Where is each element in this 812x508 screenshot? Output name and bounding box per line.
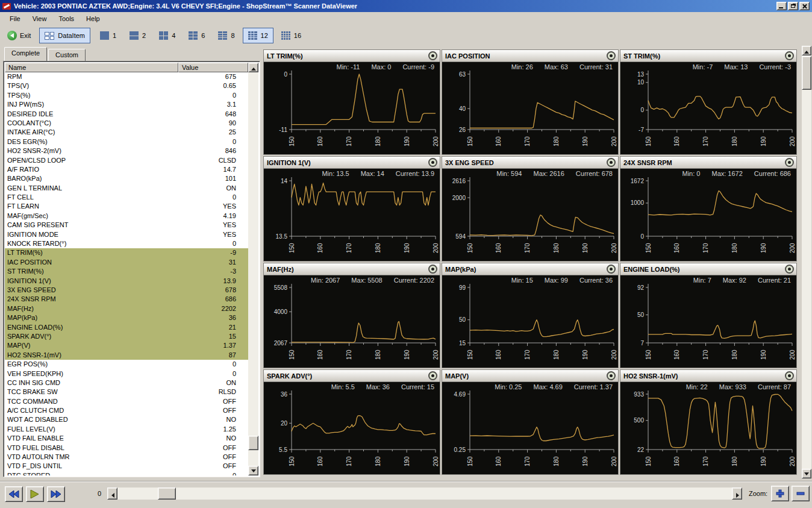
record-indicator-icon[interactable] (785, 265, 794, 274)
record-indicator-icon[interactable] (428, 158, 437, 167)
table-row-3x-eng-speed[interactable]: 3X ENG SPEED678 (5, 286, 248, 295)
table-row-gen-l-terminal[interactable]: GEN L TERMINALON (5, 184, 248, 193)
scrollbar-thumb[interactable] (248, 436, 258, 450)
table-row-a-f-ratio[interactable]: A/F RATIO14.7 (5, 165, 248, 174)
table-row-ft-learn[interactable]: FT LEARNYES (5, 202, 248, 211)
svg-text:200: 200 (433, 350, 439, 360)
table-row-iac-position[interactable]: IAC POSITION31 (5, 258, 248, 267)
column-header-value[interactable]: Value (178, 63, 248, 72)
column-header-name[interactable]: Name (5, 63, 178, 72)
table-row-egr-pos[interactable]: EGR POS(%)0 (5, 360, 248, 369)
scroll-down-button[interactable] (248, 466, 258, 475)
table-row-ho2-snsr-1-mv[interactable]: HO2 SNSR-1(mV)87 (5, 351, 248, 360)
minimize-button[interactable] (776, 2, 787, 10)
table-row-vtd-fuel-disabl[interactable]: VTD FUEL DISABLOFF (5, 444, 248, 453)
table-row-spark-adv[interactable]: SPARK ADV(°)15 (5, 332, 248, 341)
table-row-tcc-brake-sw[interactable]: TCC BRAKE SWRLSD (5, 387, 248, 397)
table-row-vtd-autolrn-tmr[interactable]: VTD AUTOLRN TMROFF (5, 453, 248, 462)
exit-button[interactable]: Exit (3, 28, 35, 43)
record-indicator-icon[interactable] (428, 265, 437, 274)
table-row-rpm[interactable]: RPM675 (5, 72, 248, 81)
table-row-knock-retard[interactable]: KNOCK RETARD(°)0 (5, 239, 248, 248)
table-row-ft-cell[interactable]: FT CELL0 (5, 193, 248, 202)
layout-8-button[interactable]: 8 (213, 28, 240, 43)
menu-view[interactable]: View (27, 13, 53, 24)
table-row-fuel-level-v[interactable]: FUEL LEVEL(V)1.25 (5, 425, 248, 434)
table-row-wot-ac-disabled[interactable]: WOT AC DISABLEDNO (5, 415, 248, 424)
record-indicator-icon[interactable] (607, 265, 616, 274)
table-row-cam-sig-present[interactable]: CAM SIG PRESENTYES (5, 221, 248, 230)
close-button[interactable] (799, 2, 810, 10)
stat-current: Current: -9 (402, 63, 434, 71)
table-row-veh-speed-kph[interactable]: VEH SPEED(KPH)0 (5, 369, 248, 378)
timeline-scroll-right-button[interactable] (732, 488, 742, 500)
table-row-desired-idle[interactable]: DESIRED IDLE648 (5, 110, 248, 119)
charts-scroll-down-button[interactable] (802, 469, 811, 478)
table-row-engine-load[interactable]: ENGINE LOAD(%)21 (5, 323, 248, 332)
zoom-out-button[interactable] (792, 486, 810, 501)
table-row-tcc-command[interactable]: TCC COMMANDOFF (5, 397, 248, 406)
table-row-24x-snsr-rpm[interactable]: 24X SNSR RPM686 (5, 295, 248, 304)
charts-scrollbar-thumb[interactable] (802, 56, 811, 90)
layout-16-button[interactable]: 16 (276, 28, 307, 43)
table-row-vtd-fail-enable[interactable]: VTD FAIL ENABLENO (5, 434, 248, 443)
table-row-intake-air-c[interactable]: INTAKE AIR(°C)25 (5, 128, 248, 137)
play-button[interactable] (26, 486, 44, 502)
table-row-ho2-snsr-2-mv[interactable]: HO2 SNSR-2(mV)846 (5, 146, 248, 155)
param-name: MAP(V) (7, 341, 31, 350)
table-row-maf-gm-sec[interactable]: MAF(gm/Sec)4.19 (5, 212, 248, 221)
table-row-ignition-mode[interactable]: IGNITION MODEYES (5, 230, 248, 239)
restore-button[interactable] (788, 2, 798, 10)
record-indicator-icon[interactable] (428, 371, 437, 380)
fast-forward-button[interactable] (47, 486, 65, 502)
table-row-des-egr[interactable]: DES EGR(%)0 (5, 137, 248, 146)
timeline-scroll-left-button[interactable] (107, 488, 117, 500)
record-indicator-icon[interactable] (785, 158, 794, 167)
charts-scrollbar[interactable] (802, 46, 811, 478)
table-row-baro-kpa[interactable]: BARO(kPa)101 (5, 174, 248, 183)
table-row-ignition-1-v[interactable]: IGNITION 1(V)13.9 (5, 277, 248, 286)
menu-help[interactable]: Help (80, 13, 106, 24)
zoom-in-button[interactable] (771, 486, 789, 501)
charts-scroll-up-button[interactable] (802, 46, 811, 55)
table-row-maf-hz[interactable]: MAF(Hz)2202 (5, 304, 248, 313)
param-value: 101 (225, 174, 246, 183)
timeline-scrollbar[interactable] (107, 488, 742, 500)
layout-12-button[interactable]: 12 (243, 28, 273, 43)
tab-complete[interactable]: Complete (4, 47, 47, 61)
table-row-map-kpa[interactable]: MAP(kPa)36 (5, 313, 248, 322)
menu-tools[interactable]: Tools (52, 13, 80, 24)
table-scrollbar[interactable] (248, 63, 258, 475)
rewind-button[interactable] (5, 486, 23, 502)
table-row-lt-trim[interactable]: LT TRIM(%)-9 (5, 248, 248, 257)
record-indicator-icon[interactable] (607, 158, 616, 167)
table-row-inj-pw-ms[interactable]: INJ PW(mS)3.1 (5, 100, 248, 109)
menu-file[interactable]: File (4, 13, 27, 24)
layout-2-button[interactable]: 2 (124, 28, 151, 43)
table-row-cc-inh-sig-cmd[interactable]: CC INH SIG CMDON (5, 378, 248, 387)
record-indicator-icon[interactable] (785, 371, 794, 380)
record-indicator-icon[interactable] (785, 51, 794, 60)
record-indicator-icon[interactable] (428, 51, 437, 60)
tab-custom[interactable]: Custom (48, 49, 86, 61)
record-indicator-icon[interactable] (607, 51, 616, 60)
table-row-vtd-f-dis-until[interactable]: VTD F_DIS UNTILOFF (5, 462, 248, 471)
table-row-a-c-clutch-cmd[interactable]: A/C CLUTCH CMDOFF (5, 406, 248, 415)
table-row-coolant-c[interactable]: COOLANT(°C)90 (5, 119, 248, 128)
window-title: Vehicle: 2003 PONTIAC AZTEK AWD;Engine: … (14, 2, 357, 10)
table-row-dtc-stored[interactable]: DTC STORED0 (5, 471, 248, 475)
param-value: OFF (223, 453, 246, 462)
table-row-map-v[interactable]: MAP(V)1.37 (5, 341, 248, 350)
record-indicator-icon[interactable] (607, 371, 616, 380)
table-row-st-trim[interactable]: ST TRIM(%)-3 (5, 267, 248, 276)
table-row-tps[interactable]: TPS(%)0 (5, 91, 248, 100)
layout-4-button[interactable]: 4 (154, 28, 181, 43)
dataitem-button[interactable]: DataItem (39, 28, 90, 43)
table-row-tps-v[interactable]: TPS(V)0.65 (5, 81, 248, 90)
layout-1-button[interactable]: 1 (95, 28, 122, 43)
layout-button-label: 2 (142, 32, 146, 39)
layout-6-button[interactable]: 6 (183, 28, 210, 43)
table-row-open-clsd-loop[interactable]: OPEN/CLSD LOOPCLSD (5, 156, 248, 165)
scroll-up-button[interactable] (248, 63, 258, 72)
timeline-scrollbar-thumb[interactable] (158, 488, 176, 500)
